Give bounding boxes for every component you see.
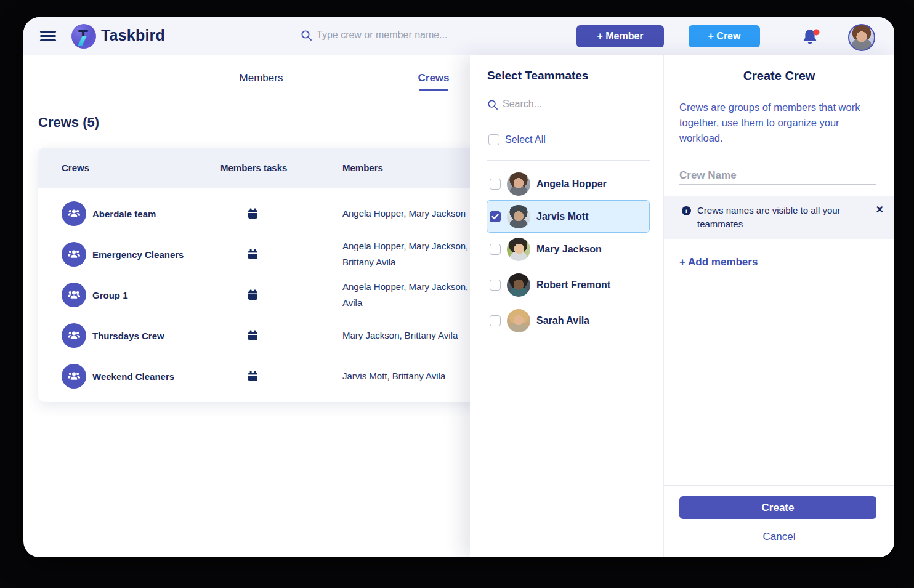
crew-name: Emergency Cleaners (92, 234, 184, 275)
calendar-icon[interactable] (248, 371, 258, 384)
table-row[interactable]: Weekend Cleaners Jarvis Mott, Brittany A… (38, 356, 483, 397)
checkbox-unchecked[interactable] (490, 280, 501, 291)
calendar-icon[interactable] (248, 289, 258, 303)
close-icon[interactable]: ✕ (876, 204, 884, 216)
crew-name-input[interactable] (679, 166, 876, 185)
create-button[interactable]: Create (679, 496, 876, 519)
table-row[interactable]: Emergency Cleaners Angela Hopper, Mary J… (38, 234, 483, 275)
teammate-item-angela-hopper[interactable]: Angela Hopper (487, 167, 650, 200)
teammate-item-mary-jackson[interactable]: Mary Jackson (487, 233, 650, 265)
brand-title: Taskbird (101, 26, 165, 44)
divider (487, 160, 650, 161)
crew-group-icon (62, 201, 86, 226)
teammate-name: Jarvis Mott (536, 211, 588, 222)
search-icon (487, 99, 498, 113)
select-all-checkbox[interactable]: Select All (488, 134, 546, 145)
select-teammates-title: Select Teammates (487, 69, 588, 83)
calendar-icon[interactable] (248, 249, 258, 262)
crew-group-icon (62, 323, 86, 348)
crew-name: Group 1 (92, 275, 128, 315)
teammate-name: Robert Fremont (536, 280, 610, 291)
checkbox-checked[interactable] (490, 211, 501, 222)
add-members-link[interactable]: + Add members (679, 256, 758, 268)
topbar: T Taskbird + Member + Crew (23, 17, 894, 55)
add-crew-button[interactable]: + Crew (689, 25, 760, 47)
crew-group-icon (62, 283, 86, 307)
crews-table: Crews Members tasks Members Aberdale tea… (38, 148, 483, 402)
table-body: Aberdale team Angela Hopper, Mary Jackso… (38, 188, 483, 397)
cancel-button[interactable]: Cancel (664, 531, 894, 543)
crew-group-icon (62, 242, 86, 267)
calendar-icon[interactable] (248, 208, 258, 222)
crew-group-icon (62, 364, 86, 389)
teammate-item-sarah-avila[interactable]: Sarah Avila (487, 304, 650, 337)
global-search-input[interactable] (317, 26, 464, 44)
table-row[interactable]: Aberdale team Angela Hopper, Mary Jackso… (38, 193, 483, 234)
checkbox-unchecked[interactable] (490, 179, 501, 190)
menu-icon[interactable] (40, 31, 56, 42)
crew-name: Aberdale team (92, 193, 156, 234)
avatar (507, 309, 530, 332)
info-banner-text: Crews names are visible to all your team… (697, 204, 854, 231)
calendar-icon[interactable] (248, 330, 258, 344)
taskbird-logo-icon[interactable]: T (71, 24, 96, 49)
column-header-members: Members (342, 163, 383, 173)
page-title: Crews (5) (38, 115, 99, 131)
notifications-bell-icon[interactable] (801, 28, 822, 46)
avatar (507, 238, 530, 261)
select-all-label: Select All (505, 134, 546, 145)
column-header-members-tasks: Members tasks (220, 163, 287, 173)
active-tab-indicator (419, 89, 448, 91)
teammates-search-input[interactable] (503, 95, 649, 113)
create-crew-drawer: Select Teammates Select All Angela Hoppe… (470, 55, 894, 557)
app-window: T Taskbird + Member + Crew Members C (23, 17, 894, 557)
create-crew-panel: Create Crew Crews are groups of members … (663, 55, 894, 557)
table-header-row: Crews Members tasks Members (38, 148, 483, 188)
avatar (507, 273, 530, 297)
avatar (507, 205, 530, 228)
create-crew-title: Create Crew (664, 69, 894, 83)
select-teammates-panel: Select Teammates Select All Angela Hoppe… (470, 55, 663, 557)
teammate-name: Mary Jackson (536, 244, 602, 255)
checkbox-unchecked[interactable] (490, 315, 501, 326)
crew-name: Weekend Cleaners (92, 356, 174, 397)
tab-crews[interactable]: Crews (410, 72, 457, 84)
teammate-item-robert-fremont[interactable]: Robert Fremont (487, 268, 650, 301)
divider (664, 485, 894, 486)
info-banner: i Crews names are visible to all your te… (664, 196, 894, 239)
desktop-background: T Taskbird + Member + Crew Members C (0, 0, 914, 588)
info-icon: i (682, 206, 691, 215)
user-avatar[interactable] (848, 24, 875, 51)
tab-members[interactable]: Members (233, 72, 289, 84)
teammates-list: Angela Hopper Jarvis Mott Mary Jackson (470, 167, 663, 337)
avatar (507, 172, 530, 196)
checkbox-unchecked[interactable] (488, 134, 499, 145)
search-icon (301, 30, 312, 44)
create-crew-description: Crews are groups of members that work to… (679, 100, 876, 146)
teammate-name: Angela Hopper (536, 179, 607, 190)
crew-name: Thursdays Crew (92, 315, 164, 356)
table-row[interactable]: Group 1 Angela Hopper, Mary Jackson, Bri… (38, 275, 483, 315)
table-row[interactable]: Thursdays Crew Mary Jackson, Brittany Av… (38, 315, 483, 356)
column-header-crews: Crews (62, 163, 89, 173)
add-member-button[interactable]: + Member (576, 25, 664, 47)
teammate-item-jarvis-mott[interactable]: Jarvis Mott (487, 200, 650, 233)
checkbox-unchecked[interactable] (490, 244, 501, 255)
teammate-name: Sarah Avila (536, 315, 589, 326)
